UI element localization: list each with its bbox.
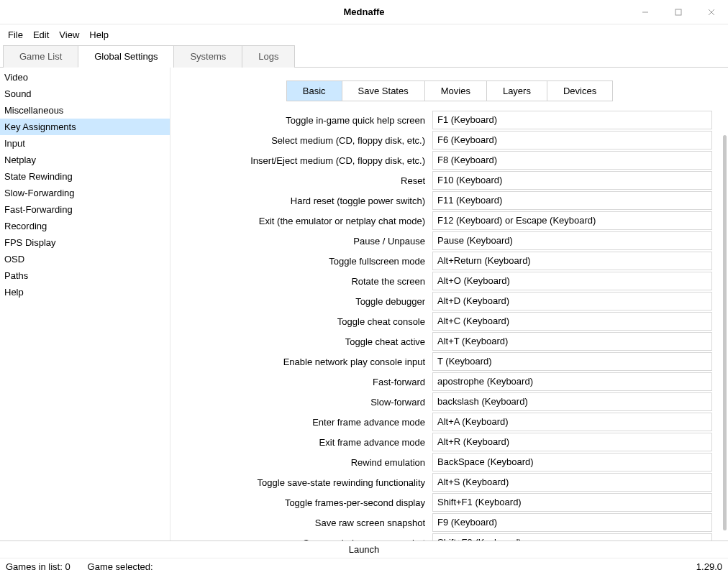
menu-item-file[interactable]: File (3, 27, 28, 42)
binding-label: Enter frame advance mode (179, 417, 432, 428)
binding-row: Enable network play console inputT (Keyb… (179, 351, 712, 372)
binding-row: Toggle fullscreen modeAlt+Return (Keyboa… (179, 251, 712, 271)
binding-label: Toggle cheat console (179, 316, 432, 327)
binding-value[interactable]: Shift+F9 (Keyboard) (432, 533, 712, 540)
window-title: Mednaffe (343, 6, 384, 17)
subtab-devices[interactable]: Devices (547, 80, 613, 101)
binding-label: Toggle debugger (179, 296, 432, 307)
binding-row: Slow-forwardbackslash (Keyboard) (179, 392, 712, 412)
binding-value[interactable]: Alt+S (Keyboard) (432, 473, 712, 492)
binding-label: Fast-forward (179, 377, 432, 387)
settings-panel: BasicSave StatesMoviesLayersDevices Togg… (170, 68, 728, 540)
binding-row: Select medium (CD, floppy disk, etc.)F6 … (179, 130, 712, 150)
binding-value[interactable]: backslash (Keyboard) (432, 392, 712, 411)
sidebar-item-slow-forwarding[interactable]: Slow-Forwarding (0, 185, 170, 201)
sidebar-item-miscellaneous[interactable]: Miscellaneous (0, 102, 170, 119)
binding-row: Fast-forwardapostrophe (Keyboard) (179, 372, 712, 392)
binding-value[interactable]: T (Keyboard) (432, 352, 712, 371)
sidebar-item-input[interactable]: Input (0, 135, 170, 152)
binding-row: Toggle cheat activeAlt+T (Keyboard) (179, 331, 712, 351)
sidebar-item-key-assignments[interactable]: Key Assignments (0, 119, 170, 135)
subtab-save-states[interactable]: Save States (342, 80, 425, 101)
binding-value[interactable]: F12 (Keyboard) or Escape (Keyboard) (432, 211, 712, 230)
binding-value[interactable]: Pause (Keyboard) (432, 231, 712, 250)
subtab-basic[interactable]: Basic (286, 80, 342, 101)
sidebar-item-recording[interactable]: Recording (0, 218, 170, 234)
subtab-layers[interactable]: Layers (486, 80, 547, 101)
games-in-list-value: 0 (65, 561, 70, 572)
binding-label: Pause / Unpause (179, 236, 432, 247)
binding-value[interactable]: apostrophe (Keyboard) (432, 372, 712, 391)
binding-value[interactable]: Alt+R (Keyboard) (432, 433, 712, 451)
binding-label: Rewind emulation (179, 457, 432, 468)
binding-row: Exit frame advance modeAlt+R (Keyboard) (179, 432, 712, 452)
binding-value[interactable]: F10 (Keyboard) (432, 171, 712, 190)
binding-value[interactable]: Alt+T (Keyboard) (432, 332, 712, 351)
launch-button[interactable]: Launch (0, 540, 728, 558)
svg-rect-1 (675, 9, 681, 15)
sidebar-item-paths[interactable]: Paths (0, 267, 170, 284)
status-bar: Games in list: 0 Game selected: 1.29.0 (0, 558, 728, 575)
games-in-list-label: Games in list: (6, 561, 63, 572)
sidebar-item-state-rewinding[interactable]: State Rewinding (0, 168, 170, 185)
binding-label: Select medium (CD, floppy disk, etc.) (179, 135, 432, 146)
binding-row: Save raw screen snapshotF9 (Keyboard) (179, 512, 712, 533)
binding-value[interactable]: F11 (Keyboard) (432, 191, 712, 210)
binding-value[interactable]: F1 (Keyboard) (432, 111, 712, 129)
sidebar-item-fast-forwarding[interactable]: Fast-Forwarding (0, 201, 170, 218)
menu-item-help[interactable]: Help (84, 27, 114, 42)
binding-value[interactable]: Alt+Return (Keyboard) (432, 252, 712, 270)
binding-value[interactable]: Shift+F1 (Keyboard) (432, 493, 712, 512)
binding-value[interactable]: Alt+D (Keyboard) (432, 292, 712, 310)
close-button[interactable] (695, 0, 728, 24)
binding-row: ResetF10 (Keyboard) (179, 170, 712, 190)
binding-row: Toggle save-state rewinding functionalit… (179, 472, 712, 492)
binding-value[interactable]: Alt+C (Keyboard) (432, 312, 712, 331)
status-left: Games in list: 0 Game selected: (6, 561, 153, 572)
binding-row: Exit (the emulator or netplay chat mode)… (179, 211, 712, 231)
binding-row: Rotate the screenAlt+O (Keyboard) (179, 271, 712, 291)
tab-systems[interactable]: Systems (173, 45, 242, 68)
binding-label: Enable network play console input (179, 356, 432, 367)
key-bindings-list[interactable]: Toggle in-game quick help screenF1 (Keyb… (170, 110, 728, 540)
tab-global-settings[interactable]: Global Settings (78, 45, 174, 68)
menu-item-view[interactable]: View (54, 27, 84, 42)
sidebar-item-help[interactable]: Help (0, 284, 170, 300)
minimize-button[interactable] (629, 0, 662, 24)
tab-logs[interactable]: Logs (242, 45, 295, 68)
binding-row: Toggle debuggerAlt+D (Keyboard) (179, 291, 712, 311)
binding-label: Save scaled screen snapshot (179, 538, 432, 541)
binding-value[interactable]: F8 (Keyboard) (432, 151, 712, 170)
tab-game-list[interactable]: Game List (3, 45, 78, 68)
sidebar-item-sound[interactable]: Sound (0, 86, 170, 102)
scrollbar[interactable] (723, 135, 727, 530)
binding-label: Toggle in-game quick help screen (179, 115, 432, 126)
sidebar-item-netplay[interactable]: Netplay (0, 152, 170, 168)
binding-label: Exit (the emulator or netplay chat mode) (179, 216, 432, 226)
settings-sidebar[interactable]: VideoSoundMiscellaneousKey AssignmentsIn… (0, 68, 170, 540)
binding-label: Toggle fullscreen mode (179, 256, 432, 267)
sidebar-item-fps-display[interactable]: FPS Display (0, 234, 170, 251)
binding-row: Toggle in-game quick help screenF1 (Keyb… (179, 110, 712, 130)
menu-item-edit[interactable]: Edit (28, 27, 54, 42)
binding-row: Insert/Eject medium (CD, floppy disk, et… (179, 150, 712, 170)
binding-label: Insert/Eject medium (CD, floppy disk, et… (179, 155, 432, 166)
binding-value[interactable]: F9 (Keyboard) (432, 513, 712, 532)
maximize-button[interactable] (662, 0, 695, 24)
subtab-movies[interactable]: Movies (424, 80, 487, 101)
binding-value[interactable]: F6 (Keyboard) (432, 131, 712, 150)
binding-label: Reset (179, 175, 432, 186)
binding-row: Save scaled screen snapshotShift+F9 (Key… (179, 533, 712, 540)
binding-row: Toggle frames-per-second displayShift+F1… (179, 492, 712, 512)
menu-bar: FileEditViewHelp (0, 24, 728, 44)
sidebar-item-video[interactable]: Video (0, 69, 170, 86)
binding-value[interactable]: BackSpace (Keyboard) (432, 453, 712, 472)
binding-label: Exit frame advance mode (179, 437, 432, 448)
game-selected: Game selected: (88, 561, 153, 572)
binding-label: Toggle frames-per-second display (179, 497, 432, 508)
sidebar-item-osd[interactable]: OSD (0, 251, 170, 267)
sub-tabs: BasicSave StatesMoviesLayersDevices (286, 80, 612, 101)
binding-value[interactable]: Alt+O (Keyboard) (432, 272, 712, 290)
binding-value[interactable]: Alt+A (Keyboard) (432, 413, 712, 431)
version-label: 1.29.0 (696, 561, 722, 572)
